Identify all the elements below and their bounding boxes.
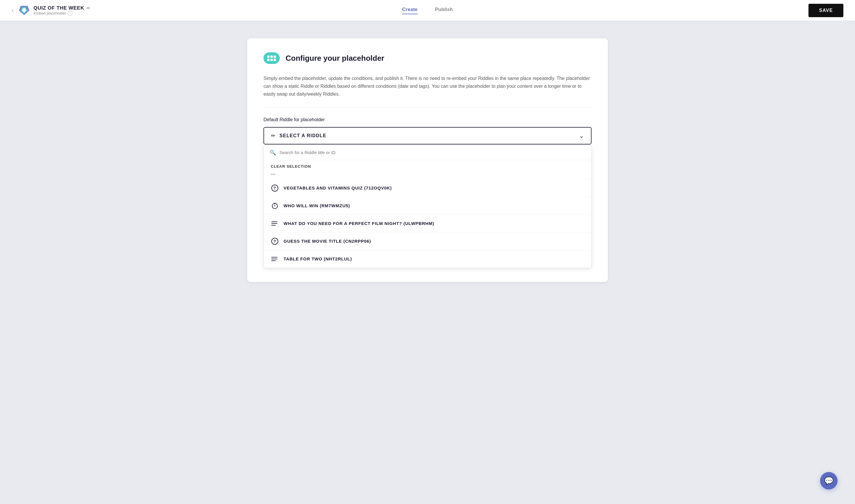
list-icon [271,219,279,228]
chevron-down-icon: ⌄ [579,132,584,139]
question-icon: ? [271,184,279,192]
logo-icon[interactable] [17,3,31,17]
select-riddle-label: SELECT A RIDDLE [279,133,326,138]
configure-card: Configure your placeholder Simply embed … [247,38,608,282]
question-icon: ? [271,237,279,245]
logo-area: ‹ QUIZ OF THE WEEK ✏ Embed placeholder i [12,3,90,17]
dot [274,59,276,61]
edit-title-icon[interactable]: ✏ [87,6,90,11]
back-arrow[interactable]: ‹ [12,7,14,14]
dot [271,59,273,61]
page-title: QUIZ OF THE WEEK ✏ [33,5,90,11]
svg-point-15 [272,225,273,226]
save-button[interactable]: SAVE [808,4,843,17]
riddle-item[interactable]: TABLE FOR TWO (NHT2RLUL) [264,250,591,268]
riddle-item[interactable]: ? GUESS THE MOVIE TITLE (CN2RPP06) [264,232,591,250]
clear-selection-label[interactable]: CLEAR SELECTION [264,160,591,170]
header-title-block: QUIZ OF THE WEEK ✏ Embed placeholder i [33,5,90,16]
search-box: 🔍 [264,145,591,160]
list-icon [271,255,279,263]
riddle-list: ? VEGETABLES AND VITAMINS QUIZ (712OQV0K… [264,179,591,268]
svg-text:?: ? [273,239,276,244]
dot [267,55,269,58]
card-description: Simply embed the placeholder, update the… [263,74,592,98]
search-icon: 🔍 [269,149,276,156]
pencil-icon: ✏ [271,132,275,139]
subtitle-text: Embed placeholder [33,11,66,15]
riddle-item[interactable]: WHAT DO YOU NEED FOR A PERFECT FILM NIGH… [264,215,591,232]
riddle-item[interactable]: ? VEGETABLES AND VITAMINS QUIZ (712OQV0K… [264,179,591,197]
info-icon[interactable]: i [68,11,72,16]
main-nav: Create Publish [402,7,453,14]
grid-dots-icon [267,55,276,61]
svg-point-22 [272,258,273,259]
dot [267,59,269,61]
grid-icon-badge [263,52,280,64]
dash-separator: — [264,170,591,179]
svg-point-13 [272,221,273,222]
svg-point-14 [272,223,273,224]
select-riddle-button[interactable]: ✏ SELECT A RIDDLE ⌄ [263,127,592,144]
svg-text:?: ? [273,186,276,191]
dot [271,55,273,58]
chat-icon: 💬 [824,476,834,485]
riddle-label: WHO WILL WIN (RM7WMZU5) [283,203,350,208]
divider [263,108,592,108]
dot [274,55,276,58]
header: ‹ QUIZ OF THE WEEK ✏ Embed placeholder i… [0,0,855,21]
svg-line-9 [277,203,277,204]
nav-create[interactable]: Create [402,7,418,14]
chat-bubble[interactable]: 💬 [820,472,838,489]
riddle-label: WHAT DO YOU NEED FOR A PERFECT FILM NIGH… [283,221,434,226]
riddle-label: GUESS THE MOVIE TITLE (CN2RPP06) [283,239,371,244]
search-input[interactable] [279,150,586,155]
nav-publish[interactable]: Publish [435,7,453,14]
riddle-label: TABLE FOR TWO (NHT2RLUL) [283,256,352,261]
card-header: Configure your placeholder [263,52,592,64]
svg-point-21 [272,257,273,257]
main-content: Configure your placeholder Simply embed … [0,21,855,299]
card-title: Configure your placeholder [285,54,384,63]
riddle-label: VEGETABLES AND VITAMINS QUIZ (712OQV0K) [283,185,392,191]
field-label: Default Riddle for placeholder [263,117,592,122]
svg-point-23 [272,260,273,261]
timer-icon [271,202,279,210]
title-text: QUIZ OF THE WEEK [33,5,84,11]
riddle-dropdown: 🔍 CLEAR SELECTION — ? VEGETABLES AND VIT… [263,145,592,268]
select-btn-left: ✏ SELECT A RIDDLE [271,132,326,139]
riddle-item[interactable]: WHO WILL WIN (RM7WMZU5) [264,197,591,215]
header-subtitle: Embed placeholder i [33,11,90,16]
